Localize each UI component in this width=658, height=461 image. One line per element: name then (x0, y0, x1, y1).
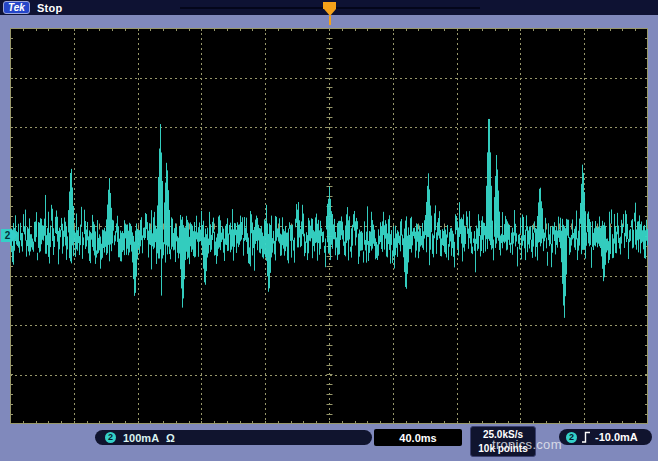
tek-logo: Tek (3, 1, 30, 14)
timebase-value: 40.0ms (399, 432, 436, 444)
channel2-scale-readout: 2 100mA Ω (95, 430, 372, 445)
trigger-position-marker (323, 2, 336, 25)
timebase-readout: 40.0ms (374, 429, 462, 446)
oscilloscope-screen: Tek Stop 2 2 100mA Ω 40.0ms 25.0kS/s 10k… (0, 0, 658, 461)
watermark: tronics.com (492, 437, 562, 452)
acquisition-status: Stop (37, 2, 63, 14)
trigger-readout: 2 -10.0mA (559, 429, 652, 445)
channel2-scale-value: 100mA (123, 432, 159, 444)
channel2-coupling: Ω (166, 432, 175, 444)
trigger-source-badge: 2 (566, 432, 577, 443)
trigger-marker-flag (323, 2, 336, 9)
trigger-slope-icon (581, 431, 591, 443)
trigger-marker-arrow-icon (324, 9, 336, 16)
trigger-level-value: -10.0mA (595, 431, 638, 443)
waveform-display (10, 28, 648, 424)
trigger-marker-stem (329, 16, 331, 25)
channel2-badge: 2 (105, 432, 116, 443)
channel2-ground-marker-label: 2 (5, 230, 11, 241)
